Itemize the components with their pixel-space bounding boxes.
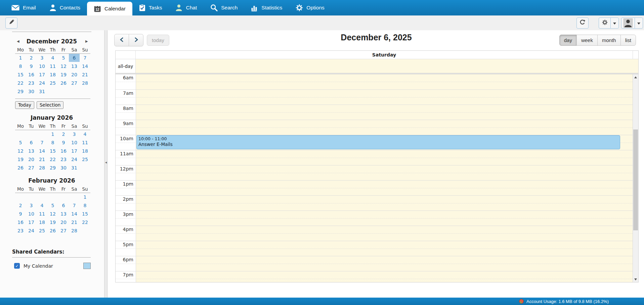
minical-day[interactable]: 31 — [71, 165, 77, 170]
minical-day[interactable]: 1 — [84, 194, 87, 200]
time-slot[interactable] — [136, 165, 638, 180]
tab-chat[interactable]: Chat — [169, 0, 204, 15]
minical-day[interactable]: 27 — [71, 80, 77, 86]
minical-day[interactable]: 28 — [71, 228, 77, 233]
minical-day[interactable]: 17 — [71, 148, 77, 154]
minical-day[interactable]: 1 — [19, 55, 22, 61]
minical-day[interactable]: 21 — [39, 157, 45, 162]
minical-day[interactable]: 29 — [50, 165, 56, 170]
minical-day[interactable]: 20 — [60, 220, 67, 225]
time-slot[interactable] — [136, 241, 638, 256]
sidebar-splitter[interactable]: ◄ — [104, 30, 108, 298]
minical-day[interactable]: 10 — [28, 211, 34, 217]
minical-day[interactable]: 20 — [71, 72, 77, 77]
view-week-button[interactable]: week — [576, 35, 598, 46]
minical-day[interactable]: 15 — [50, 148, 56, 154]
account-menu-button[interactable] — [635, 17, 643, 29]
time-slot[interactable] — [136, 120, 638, 135]
time-slot[interactable] — [136, 211, 638, 226]
time-slot[interactable] — [136, 90, 638, 105]
minical-day[interactable]: 14 — [71, 211, 77, 217]
minical-day[interactable]: 6 — [73, 55, 76, 61]
time-slot[interactable] — [136, 226, 638, 241]
minical-day[interactable]: 24 — [39, 80, 45, 86]
minical-day[interactable]: 9 — [19, 211, 22, 217]
minical-day[interactable]: 18 — [39, 220, 45, 225]
minical-day[interactable]: 9 — [62, 140, 65, 145]
minical-day[interactable]: 3 — [30, 203, 33, 208]
minical-day[interactable]: 24 — [71, 157, 77, 162]
minical-prev-icon[interactable]: ◀ — [17, 39, 19, 43]
minical-day[interactable]: 29 — [17, 89, 24, 94]
minical-day[interactable]: 13 — [28, 148, 34, 154]
minical-day[interactable]: 4 — [41, 203, 44, 208]
time-slot[interactable] — [136, 256, 638, 271]
account-button[interactable] — [621, 17, 635, 29]
minical-day[interactable]: 28 — [39, 165, 45, 170]
settings-menu-button[interactable] — [610, 17, 619, 29]
tab-search[interactable]: Search — [204, 0, 244, 15]
minical-day[interactable]: 28 — [82, 80, 88, 86]
minical-day[interactable]: 15 — [82, 211, 88, 217]
minical-day[interactable]: 7 — [73, 203, 76, 208]
minical-day[interactable]: 1 — [51, 131, 54, 137]
minical-day[interactable]: 15 — [17, 72, 24, 77]
minical-day[interactable]: 11 — [50, 64, 56, 69]
minical-day[interactable]: 14 — [82, 64, 88, 69]
minical-day[interactable]: 30 — [60, 165, 67, 170]
time-slot[interactable] — [136, 181, 638, 195]
minical-day[interactable]: 17 — [28, 220, 34, 225]
all-day-slot[interactable] — [136, 59, 638, 73]
today-button[interactable]: Today — [15, 101, 34, 109]
minical-day[interactable]: 23 — [17, 228, 24, 233]
scrollbar-thumb[interactable] — [633, 129, 638, 230]
view-month-button[interactable]: month — [597, 35, 621, 46]
minical-day[interactable]: 6 — [30, 140, 33, 145]
minical-day[interactable]: 2 — [30, 55, 33, 61]
minical-day[interactable]: 16 — [60, 148, 67, 154]
minical-day[interactable]: 12 — [50, 211, 56, 217]
minical-day[interactable]: 23 — [28, 80, 34, 86]
time-slot[interactable] — [136, 74, 638, 89]
tab-contacts[interactable]: Contacts — [43, 0, 87, 15]
minical-day[interactable]: 2 — [62, 131, 65, 137]
minical-day[interactable]: 3 — [41, 55, 44, 61]
minical-day[interactable]: 10 — [71, 140, 77, 145]
minical-day[interactable]: 19 — [60, 72, 67, 77]
minical-day[interactable]: 21 — [71, 220, 77, 225]
minical-day[interactable]: 5 — [62, 55, 65, 61]
minical-day[interactable]: 21 — [82, 72, 88, 77]
tab-tasks[interactable]: Tasks — [132, 0, 169, 15]
minical-day[interactable]: 22 — [50, 157, 56, 162]
minical-day[interactable]: 4 — [84, 131, 87, 137]
minical-day[interactable]: 12 — [60, 64, 67, 69]
time-slot[interactable] — [136, 196, 638, 211]
minical-day[interactable]: 16 — [17, 220, 24, 225]
minical-day[interactable]: 10 — [39, 64, 45, 69]
tab-calendar[interactable]: 12 Calendar — [87, 2, 132, 15]
minical-day[interactable]: 23 — [60, 157, 67, 162]
minical-day[interactable]: 27 — [28, 165, 34, 170]
minical-day[interactable]: 13 — [60, 211, 67, 217]
minical-day[interactable]: 22 — [82, 220, 88, 225]
minical-day[interactable]: 7 — [41, 140, 44, 145]
time-slot[interactable] — [136, 271, 638, 282]
minical-day[interactable]: 6 — [62, 203, 65, 208]
minical-day[interactable]: 14 — [39, 148, 45, 154]
calendar-color-swatch[interactable] — [83, 263, 91, 269]
new-event-button[interactable] — [5, 17, 17, 29]
scroll-down-button[interactable] — [633, 276, 638, 282]
selection-button[interactable]: Selection — [37, 101, 63, 109]
time-slot[interactable] — [136, 150, 638, 165]
minical-day[interactable]: 12 — [17, 148, 24, 154]
minical-day[interactable]: 13 — [71, 64, 77, 69]
minical-day[interactable]: 5 — [51, 203, 54, 208]
minical-day[interactable]: 30 — [28, 89, 34, 94]
minical-day[interactable]: 18 — [50, 72, 56, 77]
minical-day[interactable]: 8 — [51, 140, 54, 145]
minical-day[interactable]: 19 — [17, 157, 24, 162]
tab-email[interactable]: Email — [5, 0, 43, 15]
minical-day[interactable]: 24 — [28, 228, 34, 233]
splitter-collapse-icon[interactable]: ◄ — [104, 161, 108, 164]
minical-day[interactable]: 27 — [60, 228, 67, 233]
